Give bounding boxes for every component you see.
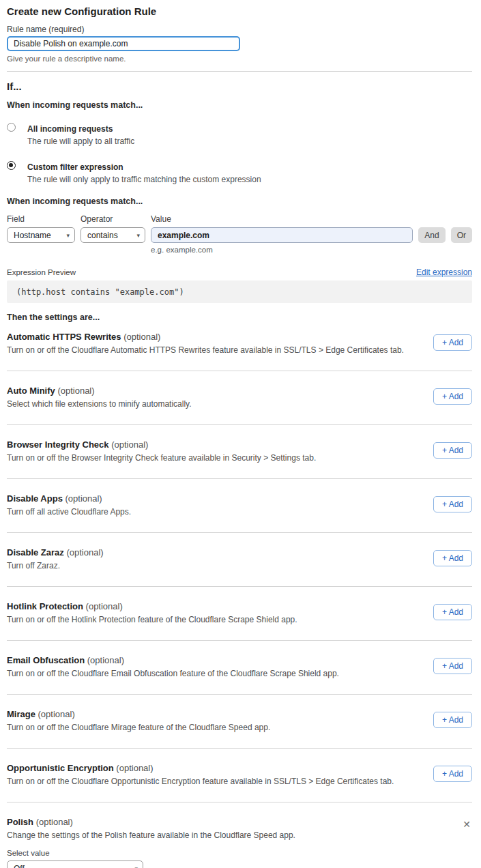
then-settings-heading: Then the settings are... — [7, 313, 472, 323]
setting-description: Turn off all active Cloudflare Apps. — [7, 508, 433, 517]
chevron-down-icon: ▾ — [134, 865, 138, 868]
select-value-label: Select value — [7, 848, 461, 858]
setting-title: Disable Zaraz (optional) — [7, 547, 433, 558]
value-hint: e.g. example.com — [7, 246, 472, 255]
setting-description: Turn on or off the Browser Integrity Che… — [7, 454, 433, 463]
setting-description: Change the settings of the Polish featur… — [7, 831, 461, 840]
add-button[interactable]: + Add — [433, 550, 472, 566]
setting-title: Automatic HTTPS Rewrites (optional) — [7, 332, 433, 343]
add-button[interactable]: + Add — [433, 442, 472, 459]
rule-name-help: Give your rule a descriptive name. — [7, 55, 472, 63]
setting-title: Email Obfuscation (optional) — [7, 655, 433, 666]
value-column: Value — [151, 215, 413, 243]
polish-select-value: Off — [14, 864, 25, 868]
radio-unselected-icon[interactable] — [7, 123, 16, 132]
setting-title: Auto Minify (optional) — [7, 386, 433, 396]
setting-description: Turn on or off the Cloudflare Automatic … — [7, 346, 433, 355]
radio-option-all-incoming-requests[interactable]: All incoming requests The rule will appl… — [7, 122, 472, 146]
expression-preview-header: Expression Preview Edit expression — [7, 267, 472, 277]
rule-name-label: Rule name (required) — [7, 25, 472, 34]
setting-description: Turn on or off the Cloudflare Mirage fea… — [7, 723, 433, 732]
radio-description: The rule will only apply to traffic matc… — [27, 175, 261, 184]
setting-description: Turn on or off the Cloudflare Opportunis… — [7, 777, 433, 786]
incoming-requests-match-heading: When incoming requests match... — [7, 100, 472, 111]
field-column: Field Hostname ▾ — [7, 215, 75, 243]
radio-option-custom-filter-expression[interactable]: Custom filter expression The rule will o… — [7, 160, 472, 184]
if-heading: If... — [7, 81, 472, 93]
operator-select-value: contains — [87, 231, 118, 240]
operator-select[interactable]: contains ▾ — [81, 227, 145, 243]
and-button[interactable]: And — [418, 227, 445, 243]
expression-preview-label: Expression Preview — [7, 267, 76, 277]
setting-title: Browser Integrity Check (optional) — [7, 439, 433, 450]
chevron-down-icon: ▾ — [136, 231, 140, 238]
setting-description: Turn on or off the Hotlink Protection fe… — [7, 616, 433, 624]
setting-title: Hotlink Protection (optional) — [7, 601, 433, 612]
field-label: Field — [7, 215, 75, 224]
radio-description: The rule will apply to all traffic — [27, 136, 134, 146]
operator-label: Operator — [81, 215, 145, 224]
polish-value-select[interactable]: Off ▾ — [7, 860, 143, 868]
expression-preview-code: (http.host contains "example.com") — [7, 280, 472, 303]
setting-row-polish: Polish (optional) Change the settings of… — [7, 802, 472, 868]
rule-name-input[interactable] — [7, 36, 240, 51]
setting-row-auto-minify: Auto Minify (optional) Select which file… — [7, 371, 472, 425]
radio-selected-icon[interactable] — [7, 161, 16, 170]
radio-label: All incoming requests — [27, 124, 113, 134]
field-select[interactable]: Hostname ▾ — [7, 227, 75, 243]
setting-row-opportunistic-encryption: Opportunistic Encryption (optional) Turn… — [7, 749, 472, 802]
setting-title: Opportunistic Encryption (optional) — [7, 763, 433, 774]
edit-expression-link[interactable]: Edit expression — [416, 267, 472, 277]
setting-title: Disable Apps (optional) — [7, 493, 433, 504]
field-select-value: Hostname — [14, 231, 51, 240]
operator-column: Operator contains ▾ — [81, 215, 145, 243]
value-label: Value — [151, 215, 413, 224]
setting-row-mirage: Mirage (optional) Turn on or off the Clo… — [7, 695, 472, 749]
add-button[interactable]: + Add — [433, 388, 472, 405]
expression-builder-row: Field Hostname ▾ Operator contains ▾ Val… — [7, 215, 472, 243]
add-button[interactable]: + Add — [433, 334, 472, 351]
setting-description: Turn off Zaraz. — [7, 562, 433, 570]
add-button[interactable]: + Add — [433, 496, 472, 512]
setting-row-browser-integrity-check: Browser Integrity Check (optional) Turn … — [7, 425, 472, 479]
chevron-down-icon: ▾ — [66, 231, 70, 238]
setting-row-automatic-https-rewrites: Automatic HTTPS Rewrites (optional) Turn… — [7, 323, 472, 371]
setting-row-disable-apps: Disable Apps (optional) Turn off all act… — [7, 479, 472, 533]
setting-description: Select which file extensions to minify a… — [7, 400, 433, 409]
add-button[interactable]: + Add — [433, 766, 472, 782]
or-button[interactable]: Or — [451, 227, 472, 243]
setting-row-hotlink-protection: Hotlink Protection (optional) Turn on or… — [7, 587, 472, 641]
setting-title: Polish (optional) — [7, 817, 461, 828]
page-title: Create new Configuration Rule — [7, 5, 472, 18]
matcher-heading: When incoming requests match... — [7, 197, 472, 207]
section-divider — [7, 71, 472, 72]
create-configuration-rule-page: Create new Configuration Rule Rule name … — [0, 0, 481, 868]
add-button[interactable]: + Add — [433, 712, 472, 728]
add-button[interactable]: + Add — [433, 604, 472, 620]
setting-title: Mirage (optional) — [7, 709, 433, 720]
close-icon[interactable]: ✕ — [461, 818, 472, 830]
setting-description: Turn on or off the Cloudflare Email Obfu… — [7, 669, 433, 678]
add-button[interactable]: + Add — [433, 658, 472, 674]
setting-row-disable-zaraz: Disable Zaraz (optional) Turn off Zaraz.… — [7, 533, 472, 587]
setting-row-email-obfuscation: Email Obfuscation (optional) Turn on or … — [7, 641, 472, 695]
radio-label: Custom filter expression — [27, 162, 123, 172]
value-input[interactable] — [151, 227, 413, 243]
